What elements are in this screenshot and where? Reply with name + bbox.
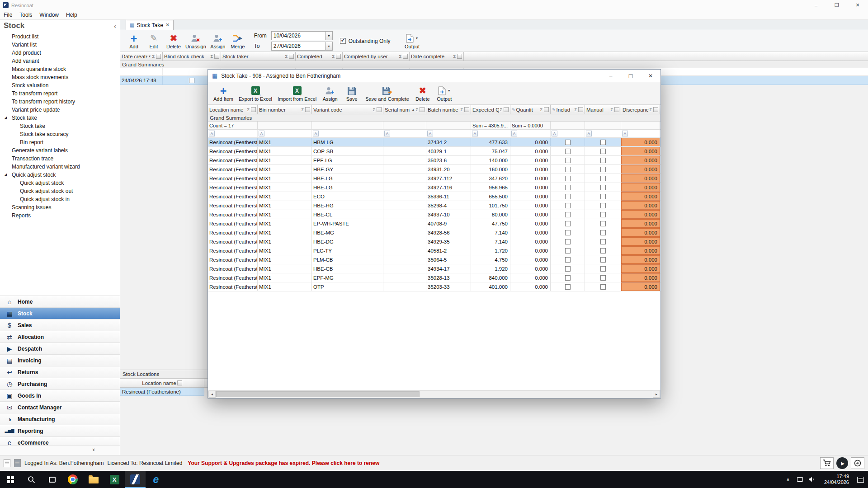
tray-display-icon[interactable]: [794, 477, 806, 482]
to-date-input[interactable]: [271, 42, 326, 51]
column-header-serial-num[interactable]: Serial num▲Σ: [383, 105, 426, 114]
filter-icon[interactable]: [289, 54, 294, 59]
dialog-close-icon[interactable]: [641, 70, 660, 82]
cell-includ[interactable]: [551, 246, 585, 255]
tree-item-quick-adjust-stock[interactable]: Quick adjust stock: [0, 171, 120, 179]
cell-includ[interactable]: [551, 192, 585, 201]
stock-take-item-row[interactable]: Resincoat (Featherstone)MIX1HBE-CL34937-…: [208, 210, 660, 219]
cell-manual[interactable]: [585, 273, 621, 282]
blind-stock-check-checkbox[interactable]: [189, 78, 194, 83]
cell-includ[interactable]: [551, 201, 585, 210]
filter-icon[interactable]: [305, 107, 310, 112]
unassign-button[interactable]: Unassign: [184, 31, 208, 51]
filter-edit-icon[interactable]: A: [622, 131, 628, 136]
column-header-completed[interactable]: CompletedΣ: [296, 52, 343, 61]
sum-icon[interactable]: Σ: [152, 54, 155, 59]
manual-checkbox[interactable]: [600, 257, 606, 263]
cell-quantity[interactable]: 0.000: [510, 228, 551, 237]
filter-edit-icon[interactable]: A: [427, 131, 433, 136]
cell-quantity[interactable]: 0.000: [510, 273, 551, 282]
filter-cell-variant-code[interactable]: A: [312, 130, 383, 137]
page-icon[interactable]: [4, 459, 10, 467]
filter-icon[interactable]: [653, 107, 658, 112]
sidebar-collapse-icon[interactable]: [114, 22, 116, 30]
output-button[interactable]: Output: [402, 31, 422, 51]
sum-icon[interactable]: Σ: [399, 54, 401, 59]
cell-includ[interactable]: [551, 147, 585, 155]
menu-window[interactable]: Window: [36, 12, 62, 18]
column-header-variant-code[interactable]: Variant codeΣ: [312, 105, 383, 114]
column-header-manual[interactable]: ManualΣ: [585, 105, 621, 114]
module-despatch[interactable]: ▶Despatch: [0, 343, 120, 354]
cell-includ[interactable]: [551, 237, 585, 246]
edit-button[interactable]: Edit: [144, 31, 164, 51]
filter-icon[interactable]: [377, 107, 382, 112]
delete-button[interactable]: Delete: [164, 31, 184, 51]
manual-checkbox[interactable]: [600, 149, 606, 154]
filter-edit-icon[interactable]: A: [384, 131, 390, 136]
tree-item-stock-take[interactable]: Stock take: [0, 122, 120, 130]
filter-edit-icon[interactable]: A: [586, 131, 592, 136]
sum-icon[interactable]: Σ: [415, 108, 418, 112]
tree-item-to-transform-report-history[interactable]: To transform report history: [0, 98, 120, 106]
tree-expanded-icon[interactable]: [4, 116, 7, 120]
clipboard-icon[interactable]: [14, 459, 21, 467]
column-header-bin-number[interactable]: Bin numberΣ: [258, 105, 312, 114]
stock-take-item-row[interactable]: Resincoat (Featherstone)MIX1OTP35203-334…: [208, 282, 660, 291]
stock-take-item-row[interactable]: Resincoat (Featherstone)MIX1EPF-MG35028-…: [208, 273, 660, 282]
tree-item-product-list[interactable]: Product list: [0, 33, 120, 41]
minimize-icon[interactable]: [806, 0, 826, 10]
cell-manual[interactable]: [585, 138, 621, 146]
tree-item-variant-list[interactable]: Variant list: [0, 41, 120, 49]
cell-quantity[interactable]: 0.000: [510, 156, 551, 164]
cell-quantity[interactable]: 0.000: [510, 183, 551, 192]
scroll-left-icon[interactable]: [208, 391, 216, 398]
tab-stock-take[interactable]: Stock Take: [126, 20, 174, 30]
stock-take-item-row[interactable]: Resincoat (Featherstone)MIX1COP-SB40329-…: [208, 147, 660, 156]
cell-manual[interactable]: [585, 183, 621, 192]
tree-item-stock-valuation[interactable]: Stock valuation: [0, 81, 120, 89]
outstanding-only-checkbox[interactable]: [340, 38, 346, 44]
search-button[interactable]: [21, 471, 42, 488]
tray-chevron-up-icon[interactable]: ∧: [782, 477, 794, 483]
stock-take-item-row[interactable]: Resincoat (Featherstone)MIX1ECO35336-116…: [208, 192, 660, 201]
cell-date-created[interactable]: 24/04/26 17:48: [120, 76, 163, 84]
expand-chevrons-icon[interactable]: [91, 448, 97, 451]
tree-item-stock-take[interactable]: Stock take: [0, 114, 120, 122]
filter-icon[interactable]: [177, 380, 182, 385]
cell-includ[interactable]: [551, 219, 585, 228]
filter-cell-manual[interactable]: A: [585, 130, 621, 137]
tree-item-mass-stock-movements[interactable]: Mass stock movements: [0, 73, 120, 81]
stock-take-item-row[interactable]: Resincoat (Featherstone)MIX1HBE-DG34929-…: [208, 237, 660, 246]
sum-icon[interactable]: Σ: [247, 108, 250, 112]
filter-cell-includ[interactable]: A: [551, 130, 585, 137]
tree-item-to-transform-report[interactable]: To transform report: [0, 89, 120, 98]
manual-checkbox[interactable]: [600, 203, 606, 208]
filter-edit-icon[interactable]: A: [209, 131, 215, 136]
module-allocation[interactable]: ⇄Allocation: [0, 331, 120, 343]
filter-icon[interactable]: [403, 54, 408, 59]
tree-expanded-icon[interactable]: [4, 173, 7, 177]
manual-checkbox[interactable]: [600, 266, 606, 272]
task-view-button[interactable]: [42, 471, 62, 488]
manual-checkbox[interactable]: [600, 221, 606, 226]
manual-checkbox[interactable]: [600, 158, 606, 163]
manual-checkbox[interactable]: [600, 275, 606, 281]
tree-item-reports[interactable]: Reports: [0, 211, 120, 220]
cell-manual[interactable]: [585, 165, 621, 174]
cell-quantity[interactable]: 0.000: [510, 210, 551, 219]
filter-icon[interactable]: [251, 107, 256, 112]
stock-take-item-row[interactable]: Resincoat (Featherstone)MIX1EPF-LG35023-…: [208, 156, 660, 165]
cell-includ[interactable]: [551, 183, 585, 192]
outstanding-only-toggle[interactable]: Outstanding Only: [340, 38, 391, 44]
tree-item-bin-report[interactable]: Bin report: [0, 138, 120, 146]
manual-checkbox[interactable]: [600, 284, 606, 290]
to-date-dropdown[interactable]: [326, 42, 333, 51]
from-date-input[interactable]: [271, 31, 326, 40]
filter-cell-quantit[interactable]: A: [510, 130, 551, 137]
cell-manual[interactable]: [585, 264, 621, 273]
dialog-assign-button[interactable]: Assign: [320, 84, 340, 103]
tray-speaker-icon[interactable]: [806, 477, 817, 482]
filter-edit-icon[interactable]: A: [313, 131, 319, 136]
includ-checkbox[interactable]: [565, 176, 571, 181]
